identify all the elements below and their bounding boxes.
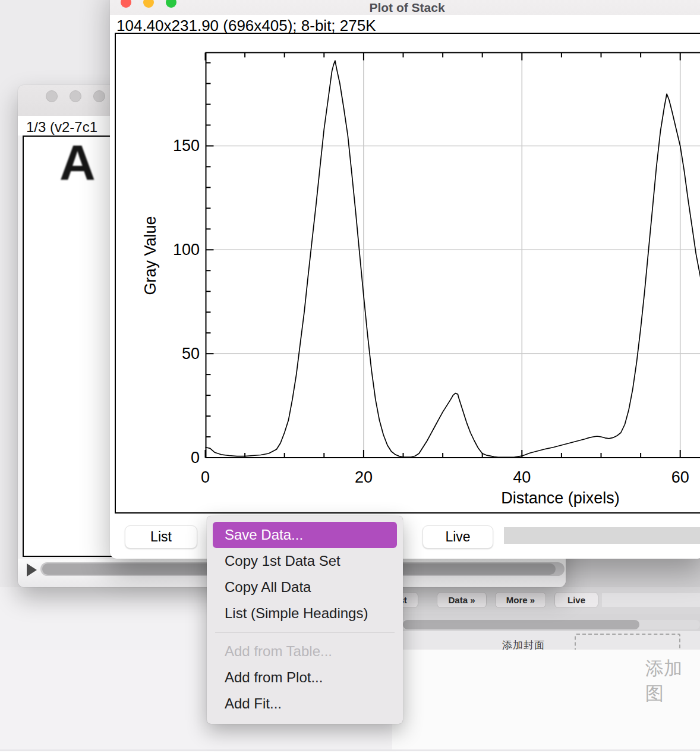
image-slice-info: 1/3 (v2-7c1 (26, 119, 97, 136)
series-gray-value-profile (206, 61, 700, 457)
background-live-track (602, 593, 700, 607)
zoom-icon[interactable] (93, 90, 105, 102)
list-button[interactable]: List (125, 525, 197, 549)
desktop-bottom-strip (0, 751, 700, 756)
menu-item-save-data[interactable]: Save Data... (213, 522, 397, 548)
menu-item-add-from-table: Add from Table... (207, 638, 403, 664)
menu-item-add-fit[interactable]: Add Fit... (207, 691, 403, 717)
menu-item-copy-1st-data-set[interactable]: Copy 1st Data Set (207, 548, 403, 574)
x-tick-label: 60 (671, 468, 689, 486)
plot-window: Plot of Stack 104.40x231.90 (696x405); 8… (110, 0, 700, 559)
x-tick-label: 40 (513, 468, 531, 486)
menu-separator (215, 632, 395, 633)
menu-item-list-simple-headings[interactable]: List (Simple Headings) (207, 600, 403, 626)
y-tick-label: 100 (173, 241, 200, 259)
y-tick-label: 150 (173, 137, 200, 155)
x-axis-label: Distance (pixels) (501, 489, 620, 507)
x-tick-label: 20 (355, 468, 373, 486)
x-tick-label: 0 (201, 468, 210, 486)
live-button[interactable]: Live (422, 525, 493, 549)
menu-item-copy-all-data[interactable]: Copy All Data (207, 574, 403, 600)
add-cover-dashed-box[interactable] (575, 634, 680, 650)
background-scrollbar-thumb[interactable] (403, 620, 639, 629)
more-menu-button[interactable]: More » (495, 592, 546, 608)
close-icon[interactable] (46, 90, 58, 102)
profile-plot: 0204060050100150Distance (pixels)Gray Va… (116, 34, 700, 512)
y-tick-label: 0 (191, 449, 200, 467)
context-menu: Save Data... Copy 1st Data Set Copy All … (207, 516, 403, 724)
live-progress-track (504, 527, 700, 544)
y-axis-label: Gray Value (141, 216, 159, 295)
image-content-letter: A (59, 136, 96, 192)
play-icon[interactable] (27, 563, 37, 577)
add-image-label: 添加图 (645, 656, 700, 706)
plot-frame (206, 53, 700, 458)
screen: ist Data » More » Live 添加封面 添加图 1/3 (v2-… (0, 0, 700, 756)
plot-window-titlebar[interactable]: Plot of Stack (110, 0, 700, 15)
minimize-icon[interactable] (70, 90, 81, 102)
live-button-back[interactable]: Live (554, 592, 598, 608)
y-tick-label: 50 (182, 345, 200, 363)
plot-button-row: List Live (110, 514, 700, 559)
plot-window-title: Plot of Stack (110, 1, 700, 15)
data-menu-button[interactable]: Data » (437, 592, 487, 608)
menu-item-add-from-plot[interactable]: Add from Plot... (207, 664, 403, 691)
add-cover-label: 添加封面 (502, 638, 545, 650)
